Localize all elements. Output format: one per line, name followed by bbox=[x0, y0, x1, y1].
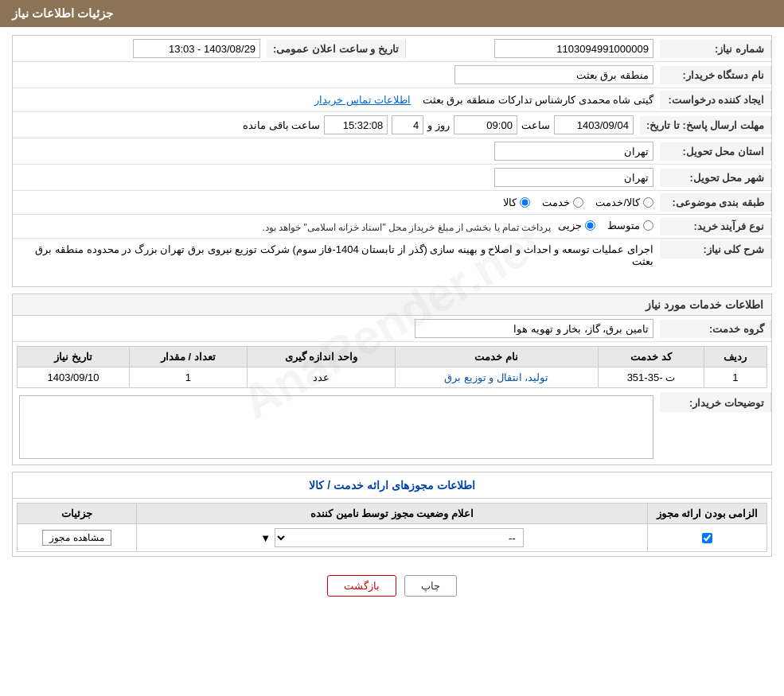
city-label: شهر محل تحویل: bbox=[660, 169, 771, 187]
purchase-type-label: نوع فرآیند خرید: bbox=[660, 217, 771, 235]
category-kala-radio[interactable] bbox=[520, 197, 530, 208]
response-days-input[interactable] bbox=[392, 115, 423, 134]
buyer-description-label: توضیحات خریدار: bbox=[660, 392, 771, 412]
col-header-code: کد خدمت bbox=[598, 347, 704, 367]
need-number-value bbox=[406, 36, 660, 61]
footer-buttons: چاپ بازگشت bbox=[12, 563, 772, 609]
announcement-date-input[interactable] bbox=[133, 39, 260, 58]
back-button[interactable]: بازگشت bbox=[327, 575, 396, 597]
description-text: اجرای عملیات توسعه و احداث و اصلاح و بهی… bbox=[35, 243, 653, 267]
buyer-description-row: توضیحات خریدار: bbox=[13, 392, 771, 465]
permits-table-container: الزامی بودن ارائه مجوز اعلام وضعیت مجوز … bbox=[13, 499, 771, 556]
requester-value: گیتی شاه محمدی کارشناس تدارکات منطقه برق… bbox=[13, 91, 660, 109]
service-group-input[interactable] bbox=[415, 319, 653, 338]
response-date-input[interactable] bbox=[554, 115, 634, 134]
permit-col-required: الزامی بودن ارائه مجوز bbox=[648, 504, 767, 524]
col-header-qty: تعداد / مقدار bbox=[130, 347, 248, 367]
table-row: 1 ت -35-351 تولید، انتقال و توزیع برق عد… bbox=[18, 367, 767, 388]
category-khedmat-label: خدمت bbox=[542, 196, 570, 208]
cell-unit: عدد bbox=[247, 367, 395, 388]
response-days-label: روز و bbox=[427, 119, 450, 131]
buyer-org-label: نام دستگاه خریدار: bbox=[660, 66, 771, 84]
purchase-motavasset-radio[interactable] bbox=[643, 220, 653, 231]
response-time-label: ساعت bbox=[521, 119, 550, 131]
response-deadline-label: مهلت ارسال پاسخ: تا تاریخ: bbox=[640, 116, 771, 134]
purchase-motavasset-item: متوسط bbox=[607, 220, 653, 231]
services-section-title: اطلاعات خدمات مورد نیاز bbox=[13, 294, 771, 316]
province-value bbox=[13, 138, 660, 164]
requester-row: ایجاد کننده درخواست: گیتی شاه محمدی کارش… bbox=[13, 88, 771, 112]
purchase-type-row: نوع فرآیند خرید: متوسط جزیی پرداخت تمام … bbox=[13, 215, 771, 239]
print-button[interactable]: چاپ bbox=[404, 575, 457, 597]
purchase-type-value: متوسط جزیی پرداخت تمام یا بخشی از مبلغ خ… bbox=[13, 216, 660, 236]
col-header-name: نام خدمت bbox=[395, 347, 598, 367]
category-kala-label: کالا bbox=[503, 196, 517, 208]
description-value: اجرای عملیات توسعه و احداث و اصلاح و بهی… bbox=[13, 239, 660, 272]
chevron-down-icon: ▼ bbox=[260, 532, 271, 544]
province-row: استان محل تحویل: bbox=[13, 138, 771, 165]
cell-date: 1403/09/10 bbox=[18, 367, 130, 388]
category-kala-khedmat-radio[interactable] bbox=[643, 197, 653, 208]
col-header-date: تاریخ نیاز bbox=[18, 347, 130, 367]
page-header: جزئیات اطلاعات نیاز bbox=[0, 0, 784, 27]
need-number-input[interactable] bbox=[494, 39, 653, 58]
city-row: شهر محل تحویل: bbox=[13, 165, 771, 191]
response-remaining-input[interactable] bbox=[324, 115, 388, 134]
response-remaining-label: ساعت باقی مانده bbox=[243, 119, 320, 131]
province-input[interactable] bbox=[494, 142, 653, 161]
requester-text: گیتی شاه محمدی کارشناس تدارکات منطقه برق… bbox=[423, 94, 653, 106]
response-time-input[interactable] bbox=[454, 115, 517, 134]
requester-label: ایجاد کننده درخواست: bbox=[660, 91, 771, 109]
response-deadline-value: ساعت روز و ساعت باقی مانده bbox=[13, 112, 640, 138]
category-khedmat-item: خدمت bbox=[542, 196, 583, 208]
service-group-row: گروه خدمت: bbox=[13, 316, 771, 342]
permit-status-select[interactable]: -- bbox=[275, 528, 524, 547]
contact-info-link[interactable]: اطلاعات تماس خریدار bbox=[314, 94, 411, 106]
col-header-row: ردیف bbox=[704, 347, 766, 367]
content-area: AnaRender.net شماره نیاز: تاریخ و ساعت ا… bbox=[0, 27, 784, 616]
buyer-org-row: نام دستگاه خریدار: bbox=[13, 62, 771, 88]
cell-name: تولید، انتقال و توزیع برق bbox=[395, 367, 598, 388]
permits-section-title: اطلاعات مجوزهای ارائه خدمت / کالا bbox=[13, 472, 771, 499]
category-kala-item: کالا bbox=[503, 196, 530, 208]
permit-required-checkbox[interactable] bbox=[702, 533, 712, 543]
cell-qty: 1 bbox=[130, 367, 248, 388]
col-header-unit: واحد اندازه گیری bbox=[247, 347, 395, 367]
purchase-jozii-label: جزیی bbox=[558, 220, 582, 231]
purchase-motavasset-label: متوسط bbox=[607, 220, 640, 231]
category-kala-khedmat-label: کالا/خدمت bbox=[595, 196, 640, 208]
category-kala-khedmat-item: کالا/خدمت bbox=[595, 196, 653, 208]
description-label: شرح کلی نیاز: bbox=[660, 239, 771, 259]
purchase-type-note: پرداخت تمام یا بخشی از مبلغ خریداز محل "… bbox=[263, 222, 552, 233]
buyer-org-value bbox=[13, 62, 660, 87]
permits-section: اطلاعات مجوزهای ارائه خدمت / کالا الزامی… bbox=[12, 472, 772, 557]
page-title: جزئیات اطلاعات نیاز bbox=[12, 6, 113, 20]
service-group-value bbox=[13, 316, 660, 341]
service-group-label: گروه خدمت: bbox=[660, 320, 771, 338]
cell-code: ت -35-351 bbox=[598, 367, 704, 388]
purchase-jozii-radio[interactable] bbox=[585, 220, 595, 231]
category-row: طبقه بندی موضوعی: کالا/خدمت خدمت bbox=[13, 191, 771, 215]
announcement-date-value bbox=[13, 36, 267, 61]
city-value bbox=[13, 165, 660, 190]
services-table: ردیف کد خدمت نام خدمت واحد اندازه گیری ت… bbox=[17, 346, 767, 388]
permit-row: -- ▼ مشاهده مجوز bbox=[18, 524, 767, 552]
cell-row-num: 1 bbox=[704, 367, 766, 388]
buyer-description-textarea[interactable] bbox=[19, 395, 653, 459]
permit-col-status: اعلام وضعیت مجوز توسط نامین کننده bbox=[137, 504, 648, 524]
page-wrapper: جزئیات اطلاعات نیاز AnaRender.net شماره … bbox=[0, 0, 784, 696]
category-khedmat-radio[interactable] bbox=[573, 197, 583, 208]
description-row: شرح کلی نیاز: اجرای عملیات توسعه و احداث… bbox=[13, 239, 771, 286]
buyer-description-value bbox=[13, 392, 660, 465]
announcement-date-label: تاریخ و ساعت اعلان عمومی: bbox=[267, 40, 406, 58]
permit-details-cell: مشاهده مجوز bbox=[18, 524, 137, 552]
permit-required-cell bbox=[648, 524, 767, 552]
permits-table: الزامی بودن ارائه مجوز اعلام وضعیت مجوز … bbox=[17, 503, 767, 552]
view-permit-button[interactable]: مشاهده مجوز bbox=[42, 530, 111, 546]
city-input[interactable] bbox=[494, 168, 653, 187]
services-section: اطلاعات خدمات مورد نیاز گروه خدمت: ردیف … bbox=[12, 294, 772, 465]
permit-status-cell: -- ▼ bbox=[137, 524, 648, 552]
province-label: استان محل تحویل: bbox=[660, 142, 771, 161]
need-number-row: شماره نیاز: تاریخ و ساعت اعلان عمومی: bbox=[13, 36, 771, 62]
buyer-org-input[interactable] bbox=[454, 65, 653, 84]
